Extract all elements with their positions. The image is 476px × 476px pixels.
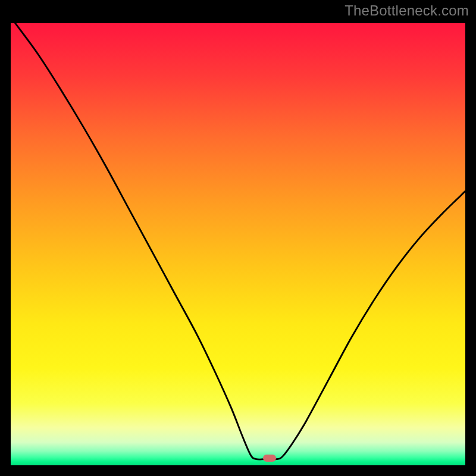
chart-frame: [5, 18, 471, 471]
bottleneck-curve: [11, 23, 465, 465]
optimal-point-marker: [263, 455, 276, 462]
plot-area: [11, 23, 465, 465]
watermark-text: TheBottleneck.com: [345, 2, 469, 19]
